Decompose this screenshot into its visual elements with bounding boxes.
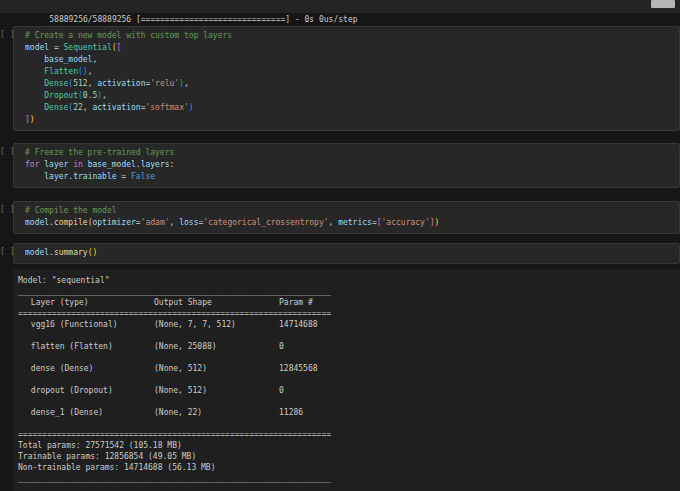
summary-cell: (None, 22) [154, 407, 279, 418]
code-cell-editor[interactable]: # Compile the modelmodel.compile(optimiz… [25, 205, 671, 229]
execution-count-indicator: [ ] [0, 30, 14, 39]
summary-cell: (None, 7, 7, 512) [154, 319, 279, 330]
code-line: ]) [25, 114, 671, 126]
summary-table-row: dense (Dense)(None, 512)12845568 [18, 363, 672, 374]
code-line: Dropout(0.5), [25, 90, 671, 102]
summary-table-row: dropout (Dropout)(None, 512)0 [18, 385, 672, 396]
code-cell-editor[interactable]: model.summary() [25, 247, 671, 259]
training-progress-output: 58889256/58889256 [=====================… [0, 0, 680, 13]
summary-cell: (None, 512) [154, 363, 279, 374]
code-line: model.compile(optimizer='adam', loss='ca… [25, 217, 671, 229]
notebook-page: 58889256/58889256 [=====================… [0, 0, 680, 491]
summary-header-layer-type: Layer (type) [26, 297, 154, 308]
non-trainable-params-line: Non-trainable params: 14714688 (56.13 MB… [18, 462, 672, 473]
summary-table-rows: vgg16 (Functional)(None, 7, 7, 512)14714… [18, 319, 672, 418]
code-cell-compile: [ ] # Compile the modelmodel.compile(opt… [13, 201, 680, 234]
code-line: Flatten(), [25, 66, 671, 78]
summary-table-row: vgg16 (Functional)(None, 7, 7, 512)14714… [18, 319, 672, 330]
code-line: model = Sequential([ [25, 42, 671, 54]
summary-header-param-count: Param # [279, 297, 313, 308]
summary-cell: 14714688 [279, 319, 318, 330]
code-line: # Compile the model [25, 205, 671, 217]
code-cell-model-definition: [ ] # Create a new model with custom top… [13, 26, 680, 131]
execution-count-indicator: [ ] [0, 147, 14, 156]
code-line: # Freeze the pre-trained layers [25, 147, 671, 159]
summary-separator-light: ________________________________________… [18, 473, 672, 484]
summary-separator-light: ________________________________________… [18, 286, 672, 297]
progress-text: 58889256/58889256 [=====================… [49, 15, 357, 24]
summary-cell: 12845568 [279, 363, 318, 374]
code-line: # Create a new model with custom top lay… [25, 30, 671, 42]
summary-table-header: Layer (type) Output Shape Param # [18, 297, 672, 308]
summary-cell: (None, 512) [154, 385, 279, 396]
summary-separator-heavy: ========================================… [18, 308, 672, 319]
code-cell-freeze-layers: [ ] # Freeze the pre-trained layersfor l… [13, 143, 680, 188]
code-line: layer.trainable = False [25, 171, 671, 183]
code-cell-summary: [ ] model.summary() [13, 243, 680, 264]
code-line: model.summary() [25, 247, 671, 259]
code-line: Dense(22, activation='softmax') [25, 102, 671, 114]
summary-cell: dropout (Dropout) [26, 385, 154, 396]
code-cell-editor[interactable]: # Create a new model with custom top lay… [25, 30, 671, 126]
summary-table-row: dense_1 (Dense)(None, 22)11286 [18, 407, 672, 418]
summary-cell: 0 [279, 385, 284, 396]
summary-cell: 0 [279, 341, 284, 352]
summary-separator-heavy: ========================================… [18, 429, 672, 440]
code-line: base_model, [25, 54, 671, 66]
summary-cell: 11286 [279, 407, 303, 418]
scrollbar-thumb[interactable] [651, 0, 675, 8]
summary-table-row: flatten (Flatten)(None, 25088)0 [18, 341, 672, 352]
summary-header-output-shape: Output Shape [154, 297, 279, 308]
summary-cell: (None, 25088) [154, 341, 279, 352]
summary-cell: flatten (Flatten) [26, 341, 154, 352]
execution-count-indicator: [ ] [0, 247, 14, 256]
summary-cell: dense_1 (Dense) [26, 407, 154, 418]
trainable-params-line: Trainable params: 12856854 (49.05 MB) [18, 451, 672, 462]
model-summary-output: Model: "sequential" ____________________… [13, 269, 680, 491]
code-cell-editor[interactable]: # Freeze the pre-trained layersfor layer… [25, 147, 671, 183]
summary-cell: vgg16 (Functional) [26, 319, 154, 330]
summary-cell: dense (Dense) [26, 363, 154, 374]
model-title: Model: "sequential" [18, 275, 672, 286]
total-params-line: Total params: 27571542 (105.18 MB) [18, 440, 672, 451]
execution-count-indicator: [ ] [0, 205, 14, 214]
code-line: for layer in base_model.layers: [25, 159, 671, 171]
code-line: Dense(512, activation='relu'), [25, 78, 671, 90]
